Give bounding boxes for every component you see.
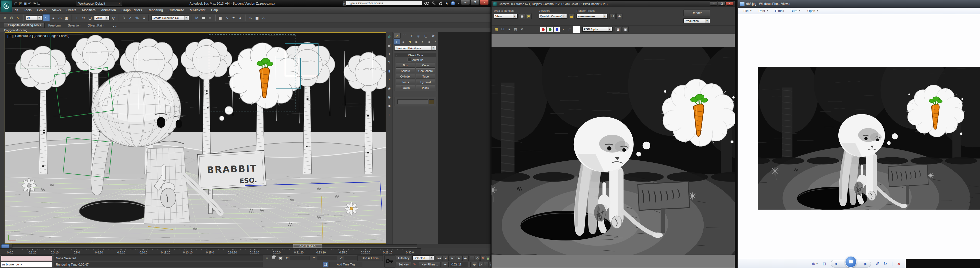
play-animation-button[interactable]: ▶ xyxy=(449,255,455,261)
modify-tab-icon[interactable]: ⌒ xyxy=(401,33,408,38)
select-by-name-icon[interactable]: ≡ xyxy=(50,14,56,21)
utilities-tab-icon[interactable]: ⚒ xyxy=(430,33,436,38)
search-input[interactable]: Type a keyword or phrase xyxy=(346,1,422,6)
viewer-menu-open[interactable]: Open▼ xyxy=(807,9,818,13)
material-editor-icon[interactable]: ● xyxy=(237,14,243,21)
edit-region-button[interactable]: ◉ xyxy=(519,13,525,19)
print-image-icon[interactable]: ▤ xyxy=(513,27,518,32)
helpers-icon[interactable]: ⌖ xyxy=(420,39,425,44)
select-move-icon[interactable]: + xyxy=(74,14,80,21)
cloth-icon[interactable]: Y xyxy=(387,60,391,65)
spacewarps-icon[interactable]: ≋ xyxy=(426,39,432,44)
key-mode-toggle[interactable]: ◂▸ xyxy=(442,262,449,267)
create-tab-icon[interactable]: ☀ xyxy=(393,33,401,38)
orbit-camera-icon[interactable]: ↻ xyxy=(480,255,485,261)
gear-forward-icon[interactable]: ◉ xyxy=(387,103,391,108)
render-production-icon[interactable]: ♨ xyxy=(261,14,267,21)
help-icon[interactable]: ? xyxy=(451,1,455,5)
framebuffer-toggle-button[interactable]: ▣ xyxy=(622,26,628,32)
search-prev-icon[interactable]: ▶ xyxy=(342,1,346,6)
time-spinner[interactable]: ▲▼ xyxy=(468,262,471,267)
align-icon[interactable]: ⇄ xyxy=(200,14,207,21)
named-selection-sets-dropdown[interactable]: Create Selection Se▼ xyxy=(151,16,189,21)
rendered-frame-window-icon[interactable]: ▣ xyxy=(254,14,260,21)
project-folder-icon[interactable]: ❐ xyxy=(37,2,40,5)
delete-image-icon[interactable]: ✕ xyxy=(897,262,900,266)
time-slider-track[interactable] xyxy=(12,244,417,247)
selection-lock-toggle[interactable]: ▣ xyxy=(278,255,283,261)
green-channel-button[interactable] xyxy=(547,27,553,32)
set-key-button[interactable]: Set Key xyxy=(396,262,411,267)
set-keys-button[interactable] xyxy=(384,255,395,268)
next-frame-button[interactable]: |▶ xyxy=(456,255,462,261)
auto-region-button[interactable]: ▣ xyxy=(526,13,531,19)
zoom-extents-icon[interactable]: ◇ xyxy=(475,255,480,261)
asset-tracking-icon[interactable]: ◍ xyxy=(387,34,391,39)
previous-image-icon[interactable]: ◀ xyxy=(835,262,837,266)
maximize-button[interactable]: ❐ xyxy=(470,0,479,5)
minimize-button[interactable]: ─ xyxy=(461,0,470,5)
select-rotate-icon[interactable]: ↻ xyxy=(80,14,86,21)
time-slider-handle[interactable]: 0:22:11 / 0:30:0 xyxy=(293,244,322,247)
auto-key-button[interactable]: Auto Key xyxy=(396,255,411,261)
rfw-maximize-button[interactable]: ❐ xyxy=(718,2,725,6)
new-scene-icon[interactable]: ▢ xyxy=(14,2,18,5)
mini-curve-editor-button[interactable] xyxy=(1,244,10,248)
favorites-star-icon[interactable]: ★ xyxy=(445,1,449,5)
object-button-sphere[interactable]: Sphere xyxy=(396,68,415,73)
percent-snap-icon[interactable]: % xyxy=(134,14,140,21)
viewport-dropdown[interactable]: Quad 4 - Camera(▼ xyxy=(539,14,567,19)
render-preset-dropdown[interactable]: --------------------▼ xyxy=(576,14,608,19)
default-in-out-tangents-icon[interactable]: ∿ xyxy=(413,262,416,266)
blue-channel-button[interactable] xyxy=(554,27,560,32)
object-button-geosphere[interactable]: GeoSphere xyxy=(416,68,435,73)
hierarchy-tab-icon[interactable]: Y xyxy=(408,33,415,38)
menu-group[interactable]: Group xyxy=(35,8,49,12)
track-bar[interactable]: 0:0:00:1:200:3:100:5:00:6:200:8:100:10:0… xyxy=(0,248,421,255)
menu-rendering[interactable]: Rendering xyxy=(145,8,165,12)
gear-play-icon[interactable]: ◉ xyxy=(387,95,391,100)
menu-modifiers[interactable]: Modifiers xyxy=(79,8,98,12)
menu-graph-editors[interactable]: Graph Editors xyxy=(119,8,145,12)
menu-animation[interactable]: Animation xyxy=(98,8,119,12)
menu-tools[interactable]: Tools xyxy=(21,8,34,12)
rotate-cw-icon[interactable]: ↻ xyxy=(883,262,887,266)
object-name-field[interactable] xyxy=(397,100,428,104)
select-scale-icon[interactable]: ▢ xyxy=(87,14,93,21)
search-icon[interactable] xyxy=(424,2,429,5)
viewer-menu-print[interactable]: Print▼ xyxy=(759,9,768,13)
graphite-ribbon-toggle-icon[interactable]: ▦ xyxy=(217,14,223,21)
maxscript-listener-field[interactable]: Welcome to M xyxy=(1,262,52,267)
motion-tab-icon[interactable]: ◎ xyxy=(415,33,422,38)
ribbon-tab-object-paint[interactable]: Object Paint xyxy=(84,23,108,28)
zoom-control-icon[interactable]: ⊕▼ xyxy=(812,262,818,266)
copy-image-icon[interactable]: ❐ xyxy=(500,27,506,32)
workspace-dropdown[interactable]: Workspace: Default ▼ xyxy=(76,1,122,6)
ribbon-tab-graphite-modeling-tools[interactable]: Graphite Modeling Tools xyxy=(4,23,45,28)
key-icon[interactable] xyxy=(432,1,436,5)
channel-display-dropdown[interactable]: RGB Alpha▼ xyxy=(582,27,612,32)
render-mode-dropdown[interactable]: Production▼ xyxy=(683,18,710,23)
rect-selection-region-icon[interactable]: ▭ xyxy=(57,14,63,21)
gear-back-icon[interactable]: ◉ xyxy=(387,86,391,91)
selected-filter-dropdown[interactable]: Selected ▼ xyxy=(412,255,434,260)
ribbon-minimize-icon[interactable]: ▼ ▾ xyxy=(113,25,117,28)
render-button[interactable]: Render xyxy=(683,10,710,16)
polygon-modeling-panel[interactable]: Polygon Modeling xyxy=(4,29,27,32)
menu-help[interactable]: Help xyxy=(208,8,221,12)
viewer-menu-burn[interactable]: Burn▼ xyxy=(791,9,800,13)
shapes-icon[interactable]: ◈ xyxy=(401,39,406,44)
rotate-ccw-icon[interactable]: ↺ xyxy=(876,262,879,266)
add-time-tag-button[interactable]: Add Time Tag xyxy=(329,262,363,267)
layer-manager-icon[interactable]: ≣ xyxy=(207,14,213,21)
angle-snap-icon[interactable]: ∠ xyxy=(127,14,134,21)
object-button-teapot[interactable]: Teapot xyxy=(396,85,415,90)
monochrome-button[interactable]: ◐ xyxy=(561,27,566,32)
selection-filter-dropdown[interactable]: All▼ xyxy=(26,16,42,21)
mirror-icon[interactable]: M xyxy=(194,14,200,21)
material-sphere-icon[interactable]: ● xyxy=(387,51,391,56)
pan-view-icon[interactable]: ▷ xyxy=(478,262,483,267)
maximize-viewport-icon[interactable]: ▣ xyxy=(486,255,490,261)
object-button-tube[interactable]: Tube xyxy=(416,74,435,79)
red-channel-button[interactable] xyxy=(540,27,546,32)
